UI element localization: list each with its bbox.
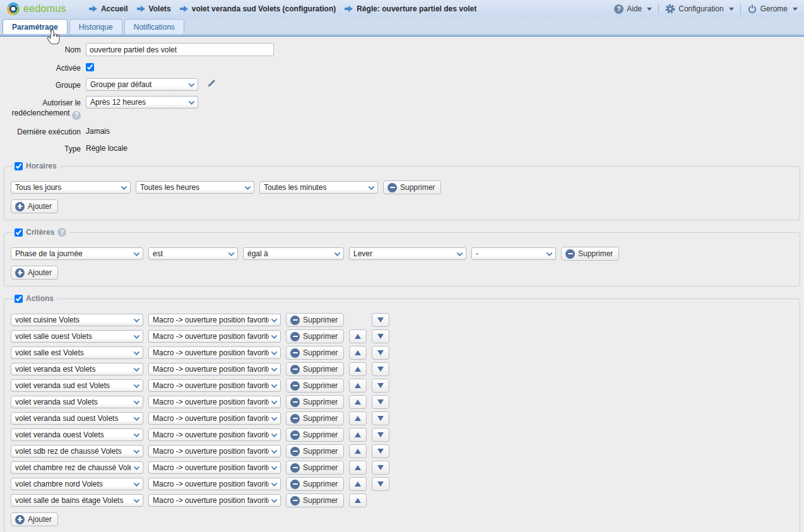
triangle-down-icon <box>377 449 384 454</box>
help-icon[interactable]: ? <box>72 111 81 120</box>
ajouter-action-button[interactable]: Ajouter <box>11 512 58 526</box>
critere-extra-select[interactable]: - <box>471 247 556 260</box>
move-down-button[interactable] <box>372 477 389 491</box>
critere-op1-select[interactable]: est <box>148 247 238 260</box>
move-up-button[interactable] <box>349 329 367 343</box>
chevron-down-icon <box>131 331 141 341</box>
supprimer-action-button[interactable]: Supprimer <box>286 379 344 393</box>
critere-op2-select[interactable]: égal à <box>243 247 344 260</box>
chevron-down-icon <box>119 182 129 192</box>
action-device-select[interactable]: volet sdb rez de chaussé Volets <box>11 445 143 458</box>
move-up-button[interactable] <box>349 411 367 425</box>
supprimer-action-button[interactable]: Supprimer <box>286 346 344 360</box>
supprimer-action-button[interactable]: Supprimer <box>286 329 344 343</box>
nom-input[interactable] <box>86 43 274 56</box>
criteres-checkbox[interactable] <box>15 228 23 237</box>
ajouter-horaire-button[interactable]: Ajouter <box>11 199 58 213</box>
user-menu[interactable]: Gerome <box>747 4 798 14</box>
move-down-button[interactable] <box>372 461 389 475</box>
action-macro-select[interactable]: Macro -> ouverture position favorite <box>148 494 281 507</box>
help-icon[interactable]: ? <box>57 228 66 237</box>
critere-champ-select[interactable]: Phase de la journée <box>11 247 143 260</box>
supprimer-action-button[interactable]: Supprimer <box>286 477 344 491</box>
action-macro-select[interactable]: Macro -> ouverture position favorite <box>148 314 281 326</box>
horaires-checkbox[interactable] <box>15 162 23 170</box>
minus-circle-icon <box>290 430 300 440</box>
jours-select[interactable]: Tous les jours <box>11 181 131 194</box>
supprimer-action-button[interactable]: Supprimer <box>286 395 344 409</box>
move-down-button[interactable] <box>372 329 389 343</box>
edit-group-pencil-icon[interactable] <box>206 78 216 89</box>
tab-parametrage[interactable]: Paramétrage <box>3 19 68 34</box>
breadcrumb-item-device[interactable]: volet veranda sud Volets (configuration) <box>180 4 336 13</box>
ajouter-critere-button[interactable]: Ajouter <box>11 266 58 280</box>
supprimer-action-button[interactable]: Supprimer <box>286 461 344 475</box>
breadcrumb-item-volets[interactable]: Volets <box>137 4 171 13</box>
action-macro-select[interactable]: Macro -> ouverture position favorite <box>148 478 281 490</box>
move-down-button[interactable] <box>372 379 389 393</box>
critere-valeur-select[interactable]: Lever <box>349 247 466 260</box>
heures-select[interactable]: Toutes les heures <box>136 181 254 194</box>
move-up-button[interactable] <box>349 444 367 458</box>
action-device-select[interactable]: volet chambre rez de chaussé Volets <box>11 461 143 474</box>
actions-checkbox[interactable] <box>15 295 23 303</box>
action-macro-select[interactable]: Macro -> ouverture position favorite <box>148 412 281 425</box>
supprimer-action-button[interactable]: Supprimer <box>286 494 344 507</box>
move-down-button[interactable] <box>372 362 389 376</box>
action-device-select[interactable]: volet chambre nord Volets <box>11 478 143 490</box>
groupe-select[interactable]: Groupe par défaut <box>86 78 198 91</box>
move-down-button[interactable] <box>372 411 389 425</box>
redeclenchement-select[interactable]: Après 12 heures <box>86 96 198 109</box>
supprimer-critere-button[interactable]: Supprimer <box>561 247 619 261</box>
move-up-button[interactable] <box>349 477 367 491</box>
move-down-button[interactable] <box>372 313 389 327</box>
action-device-select[interactable]: volet veranda sud ouest Volets <box>11 412 143 425</box>
action-macro-select[interactable]: Macro -> ouverture position favorite <box>148 445 281 458</box>
move-up-button[interactable] <box>349 494 367 507</box>
move-down-button[interactable] <box>372 428 389 442</box>
tab-notifications[interactable]: Notifications <box>124 19 184 34</box>
tab-historique[interactable]: Historique <box>69 19 122 34</box>
action-macro-select[interactable]: Macro -> ouverture position favorite <box>148 363 281 375</box>
minutes-select[interactable]: Toutes les minutes <box>259 181 378 194</box>
move-up-button[interactable] <box>349 461 367 475</box>
activee-checkbox[interactable] <box>86 63 94 71</box>
logo[interactable]: eedomus <box>6 2 66 16</box>
action-device-select[interactable]: volet veranda est Volets <box>11 363 143 375</box>
nom-label: Nom <box>0 43 86 55</box>
action-device-select[interactable]: volet veranda sud est Volets <box>11 379 143 392</box>
move-up-button[interactable] <box>349 362 367 376</box>
move-down-button[interactable] <box>372 395 389 409</box>
supprimer-action-button[interactable]: Supprimer <box>286 313 344 327</box>
move-up-button[interactable] <box>349 379 367 393</box>
action-macro-select[interactable]: Macro -> ouverture position favorite <box>148 330 281 343</box>
move-down-button[interactable] <box>372 444 389 458</box>
action-device-select[interactable]: volet veranda sud Volets <box>11 396 143 408</box>
move-down-button[interactable] <box>372 346 389 360</box>
action-macro-select[interactable]: Macro -> ouverture position favorite <box>148 346 281 359</box>
supprimer-action-button[interactable]: Supprimer <box>286 362 344 376</box>
triangle-up-icon <box>355 432 361 437</box>
action-macro-select[interactable]: Macro -> ouverture position favorite <box>148 429 281 441</box>
breadcrumb-item-accueil[interactable]: Accueil <box>89 4 128 13</box>
action-device-select[interactable]: volet veranda ouest Volets <box>11 429 143 441</box>
move-up-button[interactable] <box>349 428 367 442</box>
breadcrumb-arrow-icon <box>89 6 97 13</box>
action-device-select[interactable]: volet salle ouest Volets <box>11 330 143 343</box>
move-up-button[interactable] <box>349 346 367 360</box>
supprimer-action-button[interactable]: Supprimer <box>286 428 344 442</box>
action-macro-select[interactable]: Macro -> ouverture position favorite <box>148 379 281 392</box>
aide-menu[interactable]: ? Aide <box>614 4 652 14</box>
action-macro-select[interactable]: Macro -> ouverture position favorite <box>148 396 281 408</box>
supprimer-horaire-button[interactable]: Supprimer <box>383 180 441 194</box>
triangle-up-icon <box>355 367 361 372</box>
action-macro-select[interactable]: Macro -> ouverture position favorite <box>148 461 281 474</box>
action-device-select[interactable]: volet cuisine Volets <box>11 314 143 326</box>
action-device-select[interactable]: volet salle est Volets <box>11 346 143 359</box>
action-device-select[interactable]: volet salle de bains étage Volets <box>11 494 143 507</box>
supprimer-action-button[interactable]: Supprimer <box>286 411 344 425</box>
breadcrumb-item-rule[interactable]: Règle: ouverture partiel des volet <box>345 4 476 13</box>
supprimer-action-button[interactable]: Supprimer <box>286 444 344 458</box>
configuration-menu[interactable]: Configuration <box>665 4 733 14</box>
move-up-button[interactable] <box>349 395 367 409</box>
